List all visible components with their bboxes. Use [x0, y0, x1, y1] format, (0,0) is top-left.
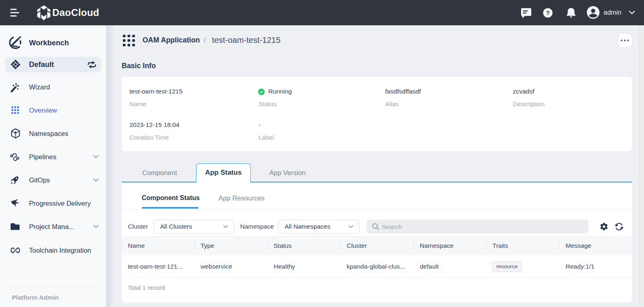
svg-text:?: ? [546, 9, 550, 16]
